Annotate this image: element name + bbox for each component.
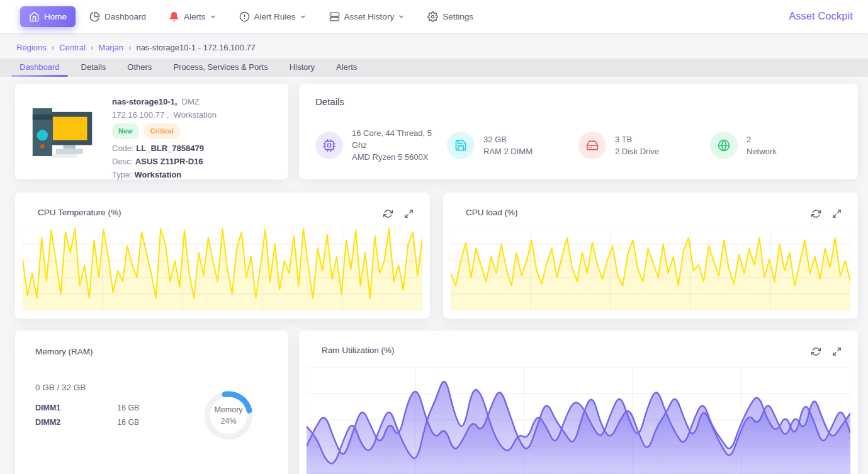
asset-desc-line: Desc: ASUS Z11PR-D16 (112, 155, 217, 168)
pie-chart-icon (89, 11, 100, 22)
memory-title: Memory (RAM) (35, 347, 273, 356)
asset-code-label: Code: (112, 144, 136, 153)
breadcrumb-link-regions[interactable]: Regions (16, 43, 47, 52)
detail-disk-line1: 3 TB (615, 133, 659, 145)
asset-type-value: Workstation (134, 170, 181, 179)
asset-category: Workstation (174, 110, 217, 120)
nav-item-dashboard[interactable]: Dashboard (81, 6, 155, 27)
ram-utilization-title: Ram Utilization (%) (322, 346, 850, 355)
breadcrumb-link-central[interactable]: Central (59, 43, 86, 52)
alert-circle-icon (239, 11, 250, 22)
app-brand[interactable]: Asset Cockpit (789, 11, 853, 22)
detail-item-network: 2 Network (710, 127, 842, 163)
status-badge-new: New (112, 123, 139, 139)
main-content: nas-storage10-1, DMZ 172.16.100.77 , Wor… (0, 77, 868, 474)
top-navbar: Home Dashboard Alerts Alert Rules (0, 0, 868, 33)
detail-disk-line2: 2 Disk Drive (615, 145, 659, 157)
nav-item-label: Home (44, 12, 67, 21)
asset-desc-value: ASUS Z11PR-D16 (135, 157, 203, 166)
nav-item-alerts[interactable]: Alerts (160, 6, 225, 27)
memory-donut-chart: Memory 24% (201, 388, 256, 443)
memory-ram-card: Memory (RAM) 0 GB / 32 GB DIMM1 16 GB DI… (15, 330, 288, 474)
nav-item-asset-history[interactable]: Asset History (320, 6, 414, 27)
refresh-icon[interactable] (811, 209, 821, 218)
dimm1-value: 16 GB (117, 401, 167, 415)
asset-type-label: Type: (112, 170, 134, 179)
breadcrumb-separator: › (91, 43, 93, 52)
dimm1-label: DIMM1 (35, 401, 117, 415)
detail-network-line2: Network (747, 145, 777, 157)
cpu-temperature-chart (23, 228, 422, 310)
expand-icon[interactable] (404, 209, 414, 218)
detail-cpu-line2: AMD Ryzen 5 5600X (352, 151, 447, 163)
expand-icon[interactable] (832, 209, 842, 218)
cpu-load-title: CPU load (%) (466, 208, 850, 217)
nav-items: Home Dashboard Alerts Alert Rules (20, 6, 482, 27)
gear-icon (427, 11, 438, 22)
detail-ram-line1: 32 GB (483, 133, 533, 145)
dimm2-label: DIMM2 (35, 415, 117, 430)
dimm2-value: 16 GB (117, 415, 167, 430)
nav-item-label: Alert Rules (254, 12, 296, 21)
asset-summary-card: nas-storage10-1, DMZ 172.16.100.77 , Wor… (15, 84, 288, 179)
detail-ram-line2: RAM 2 DIMM (483, 145, 533, 157)
chevron-down-icon (398, 13, 405, 20)
globe-icon (710, 132, 738, 159)
nav-item-settings[interactable]: Settings (419, 6, 482, 27)
refresh-icon[interactable] (811, 347, 821, 356)
chevron-down-icon (210, 13, 217, 20)
detail-item-ram: 32 GB RAM 2 DIMM (447, 127, 578, 163)
breadcrumb-separator: › (128, 43, 131, 52)
asset-ip: 172.16.100.77 , (112, 110, 169, 120)
status-badge-critical: Critical (144, 123, 180, 139)
asset-name: nas-storage10-1, (112, 97, 177, 106)
detail-item-cpu: 16 Core, 44 Thread, 5 Ghz AMD Ryzen 5 56… (315, 127, 447, 163)
donut-percent: 24% (220, 417, 236, 426)
cpu-load-card: CPU load (%) (443, 193, 858, 319)
floppy-icon (447, 132, 475, 159)
cpu-temperature-title: CPU Temperature (%) (38, 208, 422, 217)
workstation-illustration (25, 95, 101, 168)
chevron-down-icon (300, 13, 307, 20)
expand-icon[interactable] (832, 347, 842, 356)
refresh-icon[interactable] (383, 209, 393, 218)
asset-ip-line: 172.16.100.77 , Workstation (112, 108, 217, 121)
asset-zone: DMZ (182, 97, 200, 106)
tab-dashboard[interactable]: Dashboard (9, 59, 70, 77)
tab-details[interactable]: Details (70, 59, 117, 77)
nav-item-label: Alerts (184, 12, 206, 21)
breadcrumb-current: nas-storage10-1 - 172.16.100.77 (136, 43, 255, 52)
nav-item-label: Settings (442, 12, 473, 21)
tab-process-services-ports[interactable]: Process, Services & Ports (162, 59, 278, 77)
breadcrumb-link-marjan[interactable]: Marjan (98, 43, 123, 52)
tab-others[interactable]: Others (116, 59, 162, 77)
breadcrumb: Regions › Central › Marjan › nas-storage… (0, 33, 868, 59)
ram-utilization-chart (307, 367, 850, 474)
bell-icon (169, 11, 179, 22)
memory-dimm-table: DIMM1 16 GB DIMM2 16 GB (35, 401, 167, 430)
detail-network-line1: 2 (747, 133, 777, 145)
asset-badges: New Critical (112, 123, 217, 139)
server-icon (329, 11, 340, 22)
breadcrumb-separator: › (52, 43, 54, 52)
asset-type-line: Type: Workstation (112, 168, 217, 181)
cpu-load-chart (451, 228, 850, 310)
details-card: Details 16 Core, 44 Thread, 5 Ghz AMD Ry… (299, 84, 858, 179)
hard-drive-icon (578, 132, 606, 159)
donut-label: Memory (214, 405, 242, 414)
nav-item-home[interactable]: Home (20, 6, 76, 27)
nav-item-label: Asset History (344, 12, 395, 21)
asset-name-line: nas-storage10-1, DMZ (112, 95, 217, 108)
nav-item-alert-rules[interactable]: Alert Rules (230, 6, 315, 27)
cpu-temperature-card: CPU Temperature (%) (15, 193, 430, 319)
tab-strip: Dashboard Details Others Process, Servic… (0, 59, 868, 77)
ram-utilization-card: Ram Utilization (%) (299, 330, 858, 474)
asset-code-value: LL_BLR_7858479 (136, 144, 204, 153)
tab-history[interactable]: History (279, 59, 325, 77)
details-title: Details (315, 96, 842, 107)
tab-alerts[interactable]: Alerts (325, 59, 368, 77)
asset-desc-label: Desc: (112, 157, 135, 166)
detail-cpu-line1: 16 Core, 44 Thread, 5 Ghz (352, 127, 447, 151)
table-row: DIMM1 16 GB (35, 401, 167, 415)
nav-item-label: Dashboard (104, 12, 146, 21)
